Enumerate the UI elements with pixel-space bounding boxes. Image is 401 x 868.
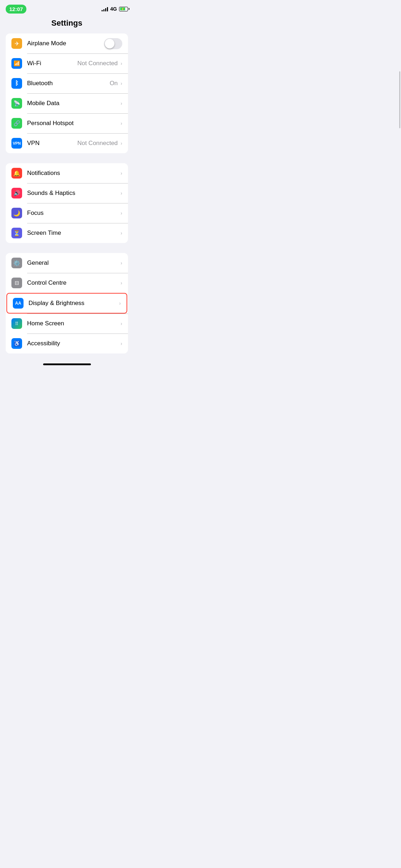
- bluetooth-value: On: [110, 80, 118, 87]
- signal-bar-4: [107, 7, 108, 11]
- focus-chevron-icon: ›: [120, 210, 122, 216]
- status-bar: 12:07 4G ⚡: [0, 0, 134, 16]
- mobile-data-row[interactable]: 📡 Mobile Data ›: [6, 93, 128, 113]
- focus-label: Focus: [27, 210, 120, 217]
- signal-bar-1: [102, 10, 103, 11]
- control-centre-row[interactable]: ⊟ Control Centre ›: [6, 273, 128, 293]
- focus-icon-bg: 🌙: [11, 208, 22, 218]
- sounds-chevron-icon: ›: [120, 190, 122, 196]
- bluetooth-icon: ᛒ: [15, 80, 19, 87]
- battery-fill: ⚡: [120, 7, 125, 10]
- notifications-label: Notifications: [27, 170, 120, 177]
- hotspot-chevron-icon: ›: [120, 120, 122, 126]
- toggle-icon: ⊟: [15, 280, 19, 286]
- display-brightness-icon-bg: AA: [13, 298, 24, 309]
- hourglass-icon: ⏳: [13, 230, 20, 237]
- accessibility-chevron-icon: ›: [120, 341, 122, 346]
- gear-icon: ⚙️: [13, 260, 20, 267]
- accessibility-row[interactable]: ♿ Accessibility ›: [6, 334, 128, 353]
- moon-icon: 🌙: [13, 210, 20, 217]
- bluetooth-row[interactable]: ᛒ Bluetooth On ›: [6, 73, 128, 93]
- signal-bar-3: [105, 8, 106, 11]
- mobile-data-icon: 📡: [14, 100, 20, 107]
- personal-hotspot-label: Personal Hotspot: [27, 120, 120, 127]
- control-centre-chevron-icon: ›: [120, 280, 122, 286]
- vpn-row[interactable]: VPN VPN Not Connected ›: [6, 133, 128, 153]
- grid-icon: ⠿: [15, 321, 19, 326]
- screen-time-label: Screen Time: [27, 229, 120, 237]
- general-label: General: [27, 259, 120, 267]
- mobile-data-label: Mobile Data: [27, 100, 120, 107]
- wifi-value: Not Connected: [77, 60, 118, 67]
- wifi-row[interactable]: 📶 Wi-Fi Not Connected ›: [6, 53, 128, 73]
- home-screen-row[interactable]: ⠿ Home Screen ›: [6, 314, 128, 334]
- mobile-data-chevron-icon: ›: [120, 100, 122, 106]
- vpn-icon-bg: VPN: [11, 138, 22, 149]
- sounds-icon-bg: 🔊: [11, 188, 22, 198]
- battery-shell: ⚡: [119, 7, 128, 11]
- hotspot-icon-bg: 🔗: [11, 118, 22, 129]
- airplane-icon: ✈: [15, 40, 19, 47]
- accessibility-icon: ♿: [14, 340, 20, 347]
- airplane-mode-toggle[interactable]: [104, 38, 122, 49]
- control-centre-label: Control Centre: [27, 279, 120, 286]
- battery: ⚡: [119, 7, 128, 11]
- connectivity-group: ✈ Airplane Mode 📶 Wi-Fi Not Connected › …: [6, 33, 128, 153]
- vpn-label: VPN: [27, 140, 77, 147]
- general-icon-bg: ⚙️: [11, 258, 22, 268]
- vpn-chevron-icon: ›: [120, 140, 122, 146]
- home-screen-label: Home Screen: [27, 320, 120, 327]
- aa-icon: AA: [15, 301, 21, 306]
- airplane-mode-row[interactable]: ✈ Airplane Mode: [6, 33, 128, 53]
- accessibility-icon-bg: ♿: [11, 338, 22, 349]
- notifications-group: 🔔 Notifications › 🔊 Sounds & Haptics › 🌙…: [6, 163, 128, 243]
- sound-icon: 🔊: [14, 190, 20, 196]
- sounds-haptics-label: Sounds & Haptics: [27, 190, 120, 197]
- airplane-mode-icon: ✈: [11, 38, 22, 49]
- vpn-value: Not Connected: [77, 140, 118, 147]
- wifi-chevron-icon: ›: [120, 61, 122, 66]
- personal-hotspot-row[interactable]: 🔗 Personal Hotspot ›: [6, 113, 128, 133]
- display-brightness-label: Display & Brightness: [29, 300, 118, 307]
- bluetooth-icon-bg: ᛒ: [11, 78, 22, 89]
- battery-bolt-icon: ⚡: [121, 7, 124, 11]
- home-indicator: [43, 363, 91, 365]
- accessibility-label: Accessibility: [27, 340, 120, 347]
- airplane-mode-label: Airplane Mode: [27, 40, 104, 47]
- wifi-icon-bg: 📶: [11, 58, 22, 69]
- notifications-row[interactable]: 🔔 Notifications ›: [6, 163, 128, 183]
- notifications-icon-bg: 🔔: [11, 168, 22, 179]
- control-centre-icon-bg: ⊟: [11, 278, 22, 288]
- status-time: 12:07: [6, 5, 26, 14]
- wifi-label: Wi-Fi: [27, 60, 77, 67]
- page-title: Settings: [0, 16, 134, 33]
- general-row[interactable]: ⚙️ General ›: [6, 253, 128, 273]
- wifi-icon: 📶: [14, 60, 20, 67]
- signal-bar-2: [103, 9, 104, 11]
- bluetooth-label: Bluetooth: [27, 80, 110, 87]
- general-chevron-icon: ›: [120, 260, 122, 266]
- signal-bars: [102, 6, 108, 11]
- display-brightness-chevron-icon: ›: [119, 300, 121, 306]
- system-group: ⚙️ General › ⊟ Control Centre › AA Displ…: [6, 253, 128, 353]
- mobile-data-icon-bg: 📡: [11, 98, 22, 109]
- screen-time-row[interactable]: ⏳ Screen Time ›: [6, 223, 128, 243]
- network-type: 4G: [110, 6, 117, 12]
- focus-row[interactable]: 🌙 Focus ›: [6, 203, 128, 223]
- notifications-chevron-icon: ›: [120, 170, 122, 176]
- status-right: 4G ⚡: [102, 6, 128, 12]
- display-brightness-row[interactable]: AA Display & Brightness ›: [6, 293, 127, 314]
- toggle-knob: [105, 39, 114, 48]
- bell-icon: 🔔: [13, 170, 20, 177]
- bluetooth-chevron-icon: ›: [120, 81, 122, 86]
- vpn-icon: VPN: [13, 141, 21, 145]
- sounds-haptics-row[interactable]: 🔊 Sounds & Haptics ›: [6, 183, 128, 203]
- screen-time-chevron-icon: ›: [120, 230, 122, 236]
- home-screen-chevron-icon: ›: [120, 321, 122, 326]
- screen-time-icon-bg: ⏳: [11, 228, 22, 238]
- home-screen-icon-bg: ⠿: [11, 318, 22, 329]
- hotspot-icon: 🔗: [14, 120, 20, 126]
